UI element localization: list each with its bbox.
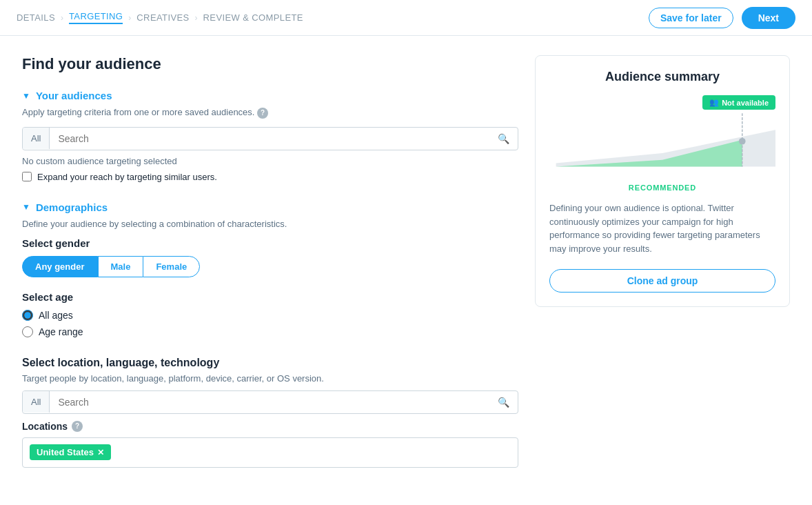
location-search-tab: All <box>23 391 50 413</box>
no-audience-text: No custom audience targeting selected <box>22 156 518 166</box>
step-creatives[interactable]: CREATIVES <box>136 12 189 23</box>
location-section: Select location, language, technology Ta… <box>22 357 518 468</box>
age-label: Select age <box>22 291 518 303</box>
gender-label: Select gender <box>22 237 518 249</box>
age-options: All ages Age range <box>22 310 518 337</box>
clone-ad-group-button[interactable]: Clone ad group <box>549 269 775 293</box>
location-section-title: Select location, language, technology <box>22 357 518 369</box>
page-title: Find your audience <box>22 55 518 73</box>
nav-actions: Save for later Next <box>649 7 795 29</box>
age-range-label: Age range <box>39 326 83 337</box>
next-button[interactable]: Next <box>742 7 795 29</box>
svg-point-4 <box>739 138 746 145</box>
not-available-badge: 👥 Not available <box>702 95 775 110</box>
locations-box: United States ✕ <box>22 437 518 468</box>
location-search-input[interactable] <box>50 391 489 413</box>
location-remove-button[interactable]: ✕ <box>97 448 104 457</box>
people-icon: 👥 <box>709 98 719 107</box>
audiences-search-box: All 🔍 <box>22 127 518 150</box>
gender-any-button[interactable]: Any gender <box>22 256 98 277</box>
location-desc: Target people by location, language, pla… <box>22 373 518 384</box>
gender-male-button[interactable]: Male <box>98 256 143 277</box>
audiences-search-tab: All <box>23 128 50 149</box>
location-tag-us: United States ✕ <box>30 444 111 460</box>
summary-title: Audience summary <box>549 70 775 84</box>
left-panel: Find your audience ▼ Your audiences Appl… <box>22 55 518 487</box>
your-audiences-section: ▼ Your audiences Apply targeting criteri… <box>22 90 518 182</box>
audience-summary-panel: Audience summary 👥 Not available <box>535 55 790 307</box>
all-ages-option[interactable]: All ages <box>22 310 518 321</box>
info-icon-locations[interactable]: ? <box>72 421 83 432</box>
right-panel: Audience summary 👥 Not available <box>535 55 790 487</box>
sep-3: › <box>195 13 198 23</box>
demographics-header[interactable]: ▼ Demographics <box>22 201 518 213</box>
save-for-later-button[interactable]: Save for later <box>649 8 733 28</box>
audiences-search-input[interactable] <box>50 128 489 150</box>
age-range-option[interactable]: Age range <box>22 326 518 337</box>
chevron-down-icon-demo: ▼ <box>22 202 30 212</box>
location-tag-label: United States <box>37 447 94 457</box>
your-audiences-header[interactable]: ▼ Your audiences <box>22 90 518 101</box>
your-audiences-title: Your audiences <box>36 90 112 101</box>
not-available-label: Not available <box>722 99 769 107</box>
sep-2: › <box>128 13 131 23</box>
expand-reach-option: Expand your reach by targeting similar u… <box>22 172 518 182</box>
demographics-section: ▼ Demographics Define your audience by s… <box>22 201 518 337</box>
demographics-title: Demographics <box>36 201 108 213</box>
step-targeting[interactable]: TARGETING <box>69 11 123 24</box>
search-icon-location: 🔍 <box>489 391 518 413</box>
expand-reach-label[interactable]: Expand your reach by targeting similar u… <box>37 172 217 182</box>
recommended-label: RECOMMENDED <box>549 184 775 192</box>
main-content: Find your audience ▼ Your audiences Appl… <box>0 36 812 505</box>
all-ages-label: All ages <box>39 310 73 321</box>
step-review[interactable]: REVIEW & COMPLETE <box>203 12 303 23</box>
your-audiences-desc: Apply targeting criteria from one or mor… <box>22 107 518 119</box>
search-icon-audiences: 🔍 <box>489 128 518 150</box>
chart-area: 👥 Not available <box>549 95 775 178</box>
step-details[interactable]: DETAILS <box>17 12 55 23</box>
location-search-box: All 🔍 <box>22 390 518 414</box>
gender-buttons: Any gender Male Female <box>22 256 518 277</box>
chevron-down-icon: ▼ <box>22 91 30 101</box>
age-range-radio[interactable] <box>22 326 33 337</box>
all-ages-radio[interactable] <box>22 310 33 321</box>
demographics-desc: Define your audience by selecting a comb… <box>22 219 518 229</box>
gender-female-button[interactable]: Female <box>143 256 200 277</box>
info-icon-audiences[interactable]: ? <box>257 108 268 119</box>
sep-1: › <box>61 13 63 23</box>
breadcrumb: DETAILS › TARGETING › CREATIVES › REVIEW… <box>17 11 303 24</box>
top-navigation: DETAILS › TARGETING › CREATIVES › REVIEW… <box>0 0 812 36</box>
summary-desc: Defining your own audience is optional. … <box>549 201 775 255</box>
expand-reach-checkbox[interactable] <box>22 172 32 181</box>
locations-label: Locations ? <box>22 421 518 432</box>
